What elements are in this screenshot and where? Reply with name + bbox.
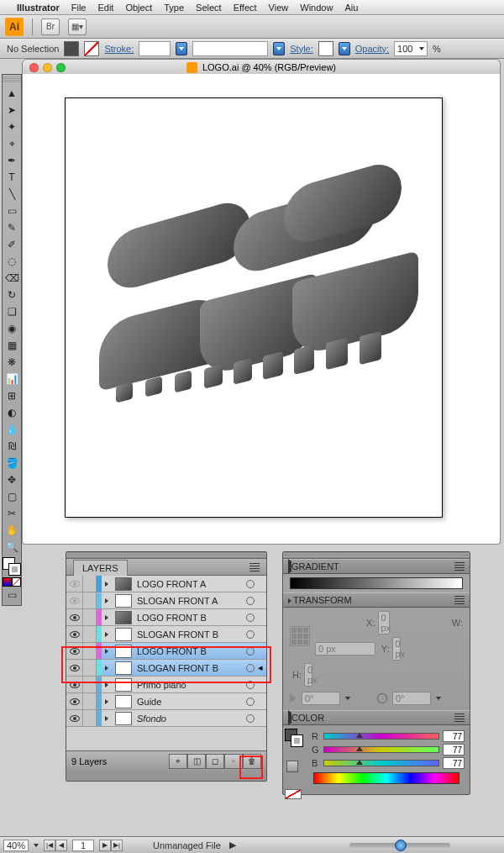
layer-name[interactable]: LOGO FRONT B xyxy=(134,646,243,656)
expand-toggle[interactable] xyxy=(102,677,113,692)
gradient-panel-header[interactable]: GRADIENT xyxy=(283,559,470,574)
target-button[interactable] xyxy=(243,664,258,672)
direct-selection-tool[interactable]: ➤ xyxy=(3,102,20,118)
artboard-navigation[interactable]: |◀ ◀ xyxy=(44,840,67,851)
lock-toggle[interactable] xyxy=(83,693,97,709)
reference-point-selector[interactable] xyxy=(290,626,310,646)
app-menu[interactable]: Illustrator xyxy=(17,3,60,13)
opacity-label[interactable]: Opacity: xyxy=(355,44,389,54)
layer-name[interactable]: Sfondo xyxy=(134,713,243,724)
target-button[interactable] xyxy=(243,714,258,723)
bridge-button[interactable]: Br xyxy=(41,18,60,35)
symbol-sprayer-tool[interactable]: ❋ xyxy=(3,354,20,371)
lock-toggle[interactable] xyxy=(83,576,97,592)
eyedropper-tool[interactable]: 💧 xyxy=(3,421,20,438)
fill-stroke-selector[interactable] xyxy=(3,557,21,576)
create-new-layer-button[interactable]: ▫ xyxy=(224,754,243,769)
zoom-level[interactable]: 40% xyxy=(3,840,29,851)
stroke-label[interactable]: Stroke: xyxy=(104,44,134,54)
make-clipping-mask-button[interactable]: ◫ xyxy=(187,754,206,769)
document-titlebar[interactable]: LOGO.ai @ 40% (RGB/Preview) xyxy=(22,59,501,76)
layer-name[interactable]: LOGO FRONT A xyxy=(134,579,243,589)
lock-toggle[interactable] xyxy=(83,660,97,676)
target-button[interactable] xyxy=(243,681,258,689)
brush-dropdown-arrow[interactable] xyxy=(273,42,285,55)
live-paint-bucket-tool[interactable]: 🪣 xyxy=(3,455,20,471)
expand-toggle[interactable] xyxy=(102,660,113,676)
mesh-tool[interactable]: ⊞ xyxy=(3,387,20,404)
stroke-box[interactable] xyxy=(8,563,21,576)
color-mode-selector[interactable] xyxy=(3,577,21,587)
window-controls[interactable] xyxy=(29,63,66,72)
panel-grip[interactable] xyxy=(3,76,21,83)
stroke-swatch[interactable] xyxy=(84,41,99,56)
target-button[interactable] xyxy=(243,597,258,605)
layers-tab[interactable]: LAYERS xyxy=(73,560,128,576)
lock-toggle[interactable] xyxy=(83,609,97,625)
expand-toggle[interactable] xyxy=(102,693,113,709)
selection-tool[interactable]: ▲ xyxy=(3,85,20,102)
layer-name[interactable]: Primo piano xyxy=(134,680,243,690)
none-color-button[interactable] xyxy=(285,789,302,799)
arrange-documents-button[interactable]: ▦▾ xyxy=(68,18,87,35)
layer-row[interactable]: Primo piano xyxy=(66,677,266,693)
rotate-tool[interactable]: ↻ xyxy=(3,287,20,303)
h-input[interactable]: 0 px xyxy=(304,663,312,687)
target-button[interactable] xyxy=(243,698,258,706)
column-graph-tool[interactable]: 📊 xyxy=(3,371,20,387)
locate-object-button[interactable]: ⌖ xyxy=(169,754,187,769)
layer-row[interactable]: Guide xyxy=(66,693,266,710)
lock-toggle[interactable] xyxy=(83,626,97,642)
r-value[interactable]: 77 xyxy=(443,730,465,742)
lock-toggle[interactable] xyxy=(83,710,97,726)
target-button[interactable] xyxy=(243,580,258,588)
y-input[interactable]: 0 px xyxy=(392,637,401,661)
b-value[interactable]: 77 xyxy=(443,757,465,769)
r-slider[interactable] xyxy=(323,733,439,740)
style-label[interactable]: Style: xyxy=(290,44,313,54)
menu-window[interactable]: Window xyxy=(300,3,333,13)
delete-selection-button[interactable]: 🗑 xyxy=(243,754,261,769)
visibility-toggle[interactable] xyxy=(66,693,83,709)
visibility-toggle[interactable] xyxy=(66,626,83,642)
first-artboard-button[interactable]: |◀ xyxy=(44,840,55,851)
type-tool[interactable]: T xyxy=(3,169,20,186)
prev-artboard-button[interactable]: ◀ xyxy=(55,840,67,851)
live-paint-selection-tool[interactable]: ✥ xyxy=(3,471,20,488)
expand-toggle[interactable] xyxy=(102,609,113,625)
layer-name[interactable]: SLOGAN FRONT A xyxy=(134,596,243,606)
target-button[interactable] xyxy=(243,630,258,639)
color-mode-none[interactable] xyxy=(12,577,21,587)
color-spectrum[interactable] xyxy=(313,772,459,784)
color-panel-header[interactable]: COLOR xyxy=(283,710,470,725)
color-mode-color[interactable] xyxy=(3,577,12,587)
visibility-toggle[interactable] xyxy=(66,576,83,592)
next-artboard-button[interactable]: ▶ xyxy=(99,840,111,851)
expand-toggle[interactable] xyxy=(102,592,113,608)
expand-toggle[interactable] xyxy=(102,626,113,642)
slice-tool[interactable]: ✂ xyxy=(3,505,20,522)
gradient-tool[interactable]: ◐ xyxy=(3,404,20,421)
hand-tool[interactable]: ✋ xyxy=(3,522,20,539)
style-dropdown[interactable] xyxy=(339,42,350,55)
free-transform-tool[interactable]: ▦ xyxy=(3,337,20,354)
style-swatch[interactable] xyxy=(318,41,333,56)
layer-row[interactable]: LOGO FRONT B xyxy=(66,609,266,626)
layer-row[interactable]: SLOGAN FRONT A xyxy=(66,592,266,609)
g-value[interactable]: 77 xyxy=(443,744,465,756)
last-artboard-button[interactable]: ▶| xyxy=(111,840,123,851)
rectangle-tool[interactable]: ▭ xyxy=(3,203,20,219)
visibility-toggle[interactable] xyxy=(66,592,83,608)
target-button[interactable] xyxy=(243,613,258,622)
lasso-tool[interactable]: ⌖ xyxy=(3,135,20,152)
magic-wand-tool[interactable]: ✦ xyxy=(3,118,20,135)
menu-help[interactable]: Aiu xyxy=(344,3,358,13)
visibility-toggle[interactable] xyxy=(66,609,83,625)
line-segment-tool[interactable]: ╲ xyxy=(3,186,20,203)
layer-row[interactable]: LOGO FRONT A xyxy=(66,576,266,592)
rotate-input[interactable]: 0° xyxy=(302,692,340,705)
navigator-slider[interactable] xyxy=(349,843,450,848)
menu-effect[interactable]: Effect xyxy=(234,3,257,13)
panel-menu-icon[interactable] xyxy=(454,713,465,722)
menu-object[interactable]: Object xyxy=(125,3,152,13)
